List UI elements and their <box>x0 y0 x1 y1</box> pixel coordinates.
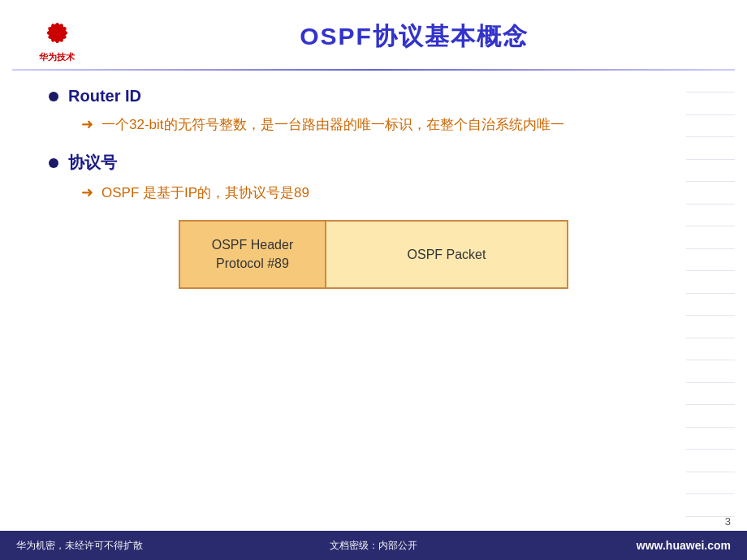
diagram-cell-packet: OSPF Packet <box>326 222 567 287</box>
bullet-title-2: 协议号 <box>49 152 698 174</box>
bullet-section-1: Router ID ➜ 一个32-bit的无符号整数，是一台路由器的唯一标识，在… <box>49 87 698 136</box>
footer-classification: 文档密级：内部公开 <box>254 539 492 553</box>
ospf-diagram: OSPF HeaderProtocol #89 OSPF Packet <box>179 220 568 289</box>
footer: 华为机密，未经许可不得扩散 文档密级：内部公开 www.huawei.com <box>0 531 747 560</box>
diagram-packet-text: OSPF Packet <box>408 246 486 264</box>
sub-bullet-1-1: ➜ 一个32-bit的无符号整数，是一台路由器的唯一标识，在整个自治系统内唯一 <box>81 114 698 136</box>
bullet-dot-1 <box>49 92 58 101</box>
slide-title: OSPF协议基本概念 <box>97 20 731 54</box>
huawei-logo-icon <box>31 15 84 51</box>
logo-area: 华为技术 <box>16 12 97 65</box>
bullet-label-1: Router ID <box>68 87 141 106</box>
diagram-header-text: OSPF HeaderProtocol #89 <box>212 236 293 273</box>
footer-confidential: 华为机密，未经许可不得扩散 <box>16 539 254 553</box>
main-content: Router ID ➜ 一个32-bit的无符号整数，是一台路由器的唯一标识，在… <box>0 71 747 531</box>
svg-point-6 <box>53 28 62 37</box>
bullet-section-2: 协议号 ➜ OSPF 是基于IP的，其协议号是89 <box>49 152 698 204</box>
bullet-title-1: Router ID <box>49 87 698 106</box>
diagram-cell-header: OSPF HeaderProtocol #89 <box>180 222 326 287</box>
sub-text-2-1: OSPF 是基于IP的，其协议号是89 <box>101 182 309 204</box>
arrow-icon-2: ➜ <box>81 183 93 201</box>
logo-text: 华为技术 <box>39 51 75 63</box>
arrow-icon-1: ➜ <box>81 115 93 133</box>
footer-website: www.huawei.com <box>493 539 731 552</box>
bullet-dot-2 <box>49 158 58 168</box>
title-area: OSPF协议基本概念 <box>97 20 731 58</box>
header: 华为技术 OSPF协议基本概念 <box>0 0 747 69</box>
bullet-label-2: 协议号 <box>68 152 117 174</box>
slide-container: 华为技术 OSPF协议基本概念 Router ID ➜ 一个32 <box>0 0 747 560</box>
sub-bullet-2-1: ➜ OSPF 是基于IP的，其协议号是89 <box>81 182 698 204</box>
sub-text-1-1: 一个32-bit的无符号整数，是一台路由器的唯一标识，在整个自治系统内唯一 <box>101 114 564 136</box>
